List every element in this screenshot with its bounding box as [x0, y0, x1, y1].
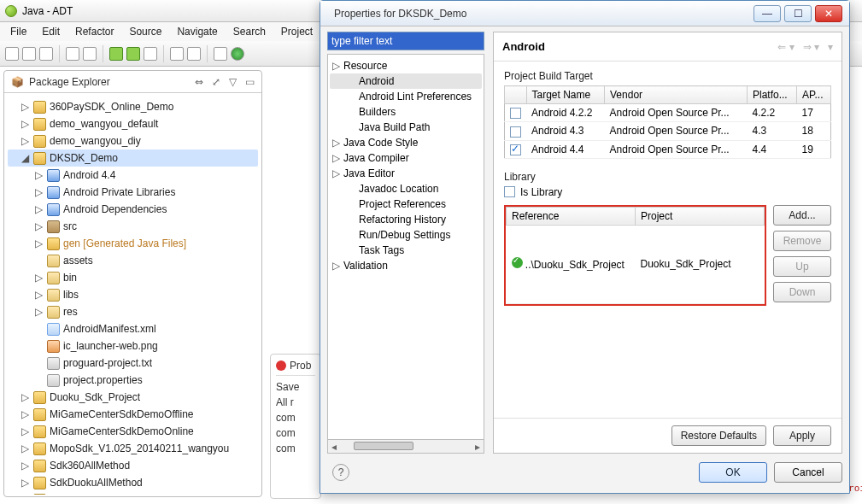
menu-file[interactable]: File: [3, 23, 33, 40]
tree-item[interactable]: ▷gen [Generated Java Files]: [8, 235, 258, 252]
maximize-button[interactable]: ☐: [784, 5, 812, 22]
nav-item[interactable]: Android Lint Preferences: [330, 89, 482, 104]
tree-item[interactable]: assets: [8, 252, 258, 269]
toolbar-sdk-icon[interactable]: [109, 47, 123, 61]
down-button[interactable]: Down: [773, 282, 831, 302]
project-item[interactable]: ◢DKSDK_Demo: [8, 149, 258, 167]
remove-button[interactable]: Remove: [773, 231, 831, 251]
minimize-button[interactable]: —: [754, 5, 781, 22]
dialog-titlebar[interactable]: Properties for DKSDK_Demo — ☐ ✕: [320, 1, 849, 26]
toolbar-lint-icon[interactable]: [144, 47, 157, 61]
menu-source[interactable]: Source: [122, 23, 168, 40]
nav-expand-icon[interactable]: ▷: [331, 260, 340, 272]
expand-arrow-icon[interactable]: ▷: [33, 269, 44, 286]
page-menu-icon[interactable]: ▾: [828, 41, 833, 53]
project-item[interactable]: ▷MiGameCenterSdkDemoOffline: [8, 406, 258, 423]
tree-item[interactable]: project.properties: [8, 372, 258, 389]
expand-arrow-icon[interactable]: ▷: [33, 201, 44, 218]
up-button[interactable]: Up: [773, 256, 831, 277]
nav-expand-icon[interactable]: ▷: [331, 60, 340, 72]
filter-input[interactable]: [328, 32, 484, 50]
project-item[interactable]: ▷demo_wangyou_diy: [8, 132, 258, 149]
back-icon[interactable]: ⇐ ▾: [777, 41, 794, 53]
target-col-platform[interactable]: Platfo...: [748, 86, 797, 104]
nav-item[interactable]: Builders: [330, 104, 482, 120]
nav-item[interactable]: Javadoc Location: [330, 181, 482, 196]
target-row[interactable]: Android 4.4Android Open Source Pr...4.41…: [505, 140, 831, 158]
expand-arrow-icon[interactable]: ▷: [33, 167, 44, 184]
nav-item[interactable]: Android: [330, 73, 482, 89]
project-tree[interactable]: ▷360PaySDK_Online_Demo▷demo_wangyou_defa…: [4, 93, 261, 495]
tree-item[interactable]: ▷bin: [8, 269, 258, 286]
target-checkbox[interactable]: [510, 144, 521, 155]
is-library-checkbox[interactable]: [504, 186, 515, 197]
toolbar-build-icon[interactable]: [83, 47, 97, 61]
menu-refactor[interactable]: Refactor: [68, 23, 120, 40]
nav-item[interactable]: Task Tags: [330, 243, 482, 258]
collapse-all-icon[interactable]: ⇔: [195, 76, 203, 88]
project-item[interactable]: ▷360PaySDK_Online_Demo: [8, 98, 258, 115]
nav-horizontal-scrollbar[interactable]: ◂ ▸: [327, 440, 484, 454]
target-checkbox[interactable]: [510, 108, 521, 119]
project-item[interactable]: ▷MopoSdk_V1.025_20140211_wangyou: [8, 440, 258, 457]
nav-item[interactable]: ▷Java Compiler: [330, 150, 482, 166]
toolbar-new-wizard-icon[interactable]: [170, 47, 184, 61]
expand-arrow-icon[interactable]: ▷: [33, 303, 44, 320]
nav-item[interactable]: Java Build Path: [330, 120, 482, 135]
toolbar-print-icon[interactable]: [66, 47, 79, 61]
problems-tab-label[interactable]: Prob: [290, 360, 311, 372]
expand-arrow-icon[interactable]: [33, 355, 44, 372]
target-checkbox[interactable]: [510, 126, 521, 138]
expand-arrow-icon[interactable]: ▷: [20, 423, 30, 440]
target-col-name[interactable]: Target Name: [526, 86, 605, 104]
expand-arrow-icon[interactable]: [33, 337, 44, 355]
expand-arrow-icon[interactable]: ▷: [20, 98, 30, 115]
target-col-api[interactable]: AP...: [797, 86, 831, 104]
project-item[interactable]: ▷MiGameCenterSdkDemoOnline: [8, 423, 258, 440]
tree-item[interactable]: ▷Android 4.4: [8, 167, 258, 184]
menu-search[interactable]: Search: [226, 23, 273, 40]
expand-arrow-icon[interactable]: [33, 320, 44, 337]
cancel-button[interactable]: Cancel: [774, 462, 842, 483]
ok-button[interactable]: OK: [699, 462, 767, 483]
nav-expand-icon[interactable]: ▷: [331, 152, 340, 164]
tree-item[interactable]: proguard-project.txt: [8, 355, 258, 372]
nav-item[interactable]: ▷Validation: [330, 258, 482, 273]
lib-col-ref[interactable]: Reference: [507, 207, 636, 225]
expand-arrow-icon[interactable]: ▷: [20, 440, 30, 457]
toolbar-new-icon[interactable]: [5, 47, 19, 61]
menu-edit[interactable]: Edit: [35, 23, 67, 40]
expand-arrow-icon[interactable]: ▷: [20, 474, 30, 491]
toolbar-open-icon[interactable]: [187, 47, 201, 61]
toolbar-debug-icon[interactable]: [214, 47, 227, 61]
close-button[interactable]: ✕: [815, 5, 842, 22]
expand-arrow-icon[interactable]: [33, 372, 44, 389]
view-menu-icon[interactable]: ▽: [229, 76, 237, 88]
menu-project[interactable]: Project: [274, 23, 320, 40]
nav-expand-icon[interactable]: ▷: [331, 137, 340, 149]
link-editor-icon[interactable]: ⤢: [212, 76, 220, 88]
expand-arrow-icon[interactable]: ▷: [20, 132, 30, 149]
tree-item[interactable]: ▷res: [8, 303, 258, 320]
expand-arrow-icon[interactable]: ▷: [20, 389, 30, 406]
expand-arrow-icon[interactable]: ◢: [20, 149, 30, 167]
project-item[interactable]: ▷demo_wangyou_default: [8, 115, 258, 132]
tree-item[interactable]: ▷src: [8, 218, 258, 235]
apply-button[interactable]: Apply: [773, 425, 831, 446]
toolbar-avd-icon[interactable]: [126, 47, 140, 61]
toolbar-save-icon[interactable]: [22, 47, 36, 61]
target-row[interactable]: Android 4.3Android Open Source Pr...4.31…: [505, 122, 831, 140]
expand-arrow-icon[interactable]: ▷: [20, 406, 30, 423]
forward-icon[interactable]: ⇒ ▾: [803, 41, 819, 53]
nav-item[interactable]: ▷Resource: [330, 58, 482, 73]
toolbar-run-icon[interactable]: [231, 47, 244, 61]
help-icon[interactable]: ?: [332, 464, 349, 481]
library-row[interactable]: ..\Duoku_Sdk_ProjectDuoku_Sdk_Project: [507, 225, 765, 303]
package-explorer-tab[interactable]: 📦 Package Explorer ⇔ ⤢ ▽ ▭: [4, 71, 261, 93]
expand-arrow-icon[interactable]: ▷: [20, 491, 30, 495]
nav-expand-icon[interactable]: ▷: [331, 167, 340, 179]
project-item[interactable]: ▷SdkDuokuAllMethod: [8, 474, 258, 491]
tree-item[interactable]: ic_launcher-web.png: [8, 337, 258, 355]
target-col-check[interactable]: [505, 86, 527, 104]
lib-col-proj[interactable]: Project: [636, 207, 765, 225]
